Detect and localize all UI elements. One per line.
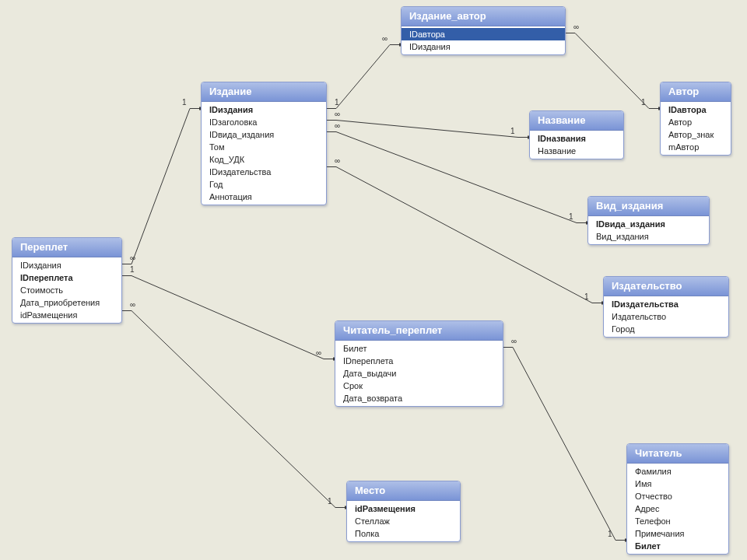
field-chitatel-3[interactable]: Адрес — [627, 502, 728, 515]
relationship-line — [121, 311, 346, 508]
table-header[interactable]: Место — [347, 481, 460, 501]
field-chitatel-5[interactable]: Примечания — [627, 527, 728, 540]
cardinality-label: 1 — [641, 98, 646, 107]
field-vid-1[interactable]: Вид_издания — [588, 230, 709, 243]
field-chitatel-0[interactable]: Фамилия — [627, 465, 728, 478]
relationship-line — [564, 33, 660, 109]
field-pereplet-4[interactable]: idРазмещения — [12, 309, 121, 321]
cardinality-label: ∞ — [335, 156, 340, 165]
relationship-line — [325, 45, 401, 109]
table-header[interactable]: Автор — [661, 82, 731, 102]
table-izdanie[interactable]: ИзданиеIDизданияIDзаголовкаIDвида_издани… — [201, 82, 327, 205]
field-izdanie-2[interactable]: IDвида_издания — [202, 128, 326, 141]
cardinality-label: 1 — [510, 127, 515, 135]
relationship-line — [121, 276, 335, 359]
field-pereplet-2[interactable]: Стоимость — [12, 284, 121, 296]
field-izdanie_avtor-0[interactable]: IDавтора — [402, 28, 565, 40]
field-izdanie-5[interactable]: IDиздательства — [202, 166, 326, 178]
field-nazvanie-1[interactable]: Название — [530, 145, 623, 157]
field-chit_pereplet-4[interactable]: Дата_возврата — [335, 392, 503, 404]
cardinality-label: ∞ — [316, 348, 321, 357]
relationship-line — [325, 121, 529, 138]
field-pereplet-1[interactable]: IDпереплета — [12, 271, 121, 284]
field-chit_pereplet-3[interactable]: Срок — [335, 380, 503, 392]
cardinality-label: ∞ — [382, 34, 388, 43]
field-mesto-2[interactable]: Полка — [347, 527, 460, 540]
field-chit_pereplet-2[interactable]: Дата_выдачи — [335, 367, 503, 380]
cardinality-label: ∞ — [511, 337, 517, 345]
cardinality-label: 1 — [328, 497, 332, 506]
table-chit_pereplet[interactable]: Читатель_переплетБилетIDпереплетаДата_вы… — [335, 320, 503, 407]
cardinality-label: ∞ — [130, 300, 135, 309]
table-header[interactable]: Издание — [202, 82, 326, 102]
table-header[interactable]: Читатель — [627, 444, 728, 464]
cardinality-label: 1 — [335, 98, 339, 107]
field-chit_pereplet-0[interactable]: Билет — [335, 342, 503, 355]
table-chitatel[interactable]: ЧитательФамилияИмяОтчествоАдресТелефонПр… — [626, 443, 729, 555]
cardinality-label: ∞ — [573, 23, 579, 31]
field-izdanie-1[interactable]: IDзаголовка — [202, 116, 326, 128]
field-chitatel-6[interactable]: Билет — [627, 540, 728, 552]
field-chitatel-1[interactable]: Имя — [627, 478, 728, 490]
field-avtor-2[interactable]: Автор_знак — [661, 128, 731, 141]
table-izdatelstvo[interactable]: ИздательствоIDиздательстваИздательствоГо… — [603, 276, 729, 338]
field-avtor-1[interactable]: Автор — [661, 116, 731, 128]
table-izdanie_avtor[interactable]: Издание_авторIDавтораIDиздания — [401, 6, 566, 55]
cardinality-label: ∞ — [130, 254, 135, 262]
field-izdanie-4[interactable]: Код_УДК — [202, 153, 326, 166]
table-header[interactable]: Читатель_переплет — [335, 321, 503, 341]
field-nazvanie-0[interactable]: IDназвания — [530, 132, 623, 145]
cardinality-label: ∞ — [335, 110, 340, 118]
cardinality-label: 1 — [182, 98, 187, 107]
field-chit_pereplet-1[interactable]: IDпереплета — [335, 355, 503, 367]
cardinality-label: ∞ — [335, 121, 340, 130]
cardinality-label: 1 — [608, 530, 612, 538]
field-izdanie-6[interactable]: Год — [202, 178, 326, 191]
table-avtor[interactable]: АвторIDавтораАвторАвтор_знакmАвтор — [660, 82, 731, 156]
relationship-line — [502, 348, 626, 541]
relationship-line — [325, 167, 603, 303]
field-izdatelstvo-2[interactable]: Город — [604, 323, 728, 335]
table-header[interactable]: Издание_автор — [402, 7, 565, 26]
field-avtor-0[interactable]: IDавтора — [661, 103, 731, 116]
er-diagram-canvas[interactable]: ПереплетIDизданияIDпереплетаСтоимостьДат… — [0, 0, 747, 560]
field-avtor-3[interactable]: mАвтор — [661, 141, 731, 153]
table-header[interactable]: Переплет — [12, 238, 121, 257]
field-izdatelstvo-0[interactable]: IDиздательства — [604, 298, 728, 310]
field-mesto-0[interactable]: idРазмещения — [347, 502, 460, 515]
table-mesto[interactable]: МестоidРазмещенияСтеллажПолка — [346, 481, 461, 542]
table-pereplet[interactable]: ПереплетIDизданияIDпереплетаСтоимостьДат… — [12, 237, 122, 324]
field-vid-0[interactable]: IDвида_издания — [588, 218, 709, 230]
field-pereplet-3[interactable]: Дата_приобретения — [12, 296, 121, 309]
cardinality-label: 1 — [130, 265, 135, 274]
table-header[interactable]: Название — [530, 111, 623, 131]
field-izdanie_avtor-1[interactable]: IDиздания — [402, 40, 565, 53]
field-izdatelstvo-1[interactable]: Издательство — [604, 310, 728, 323]
table-header[interactable]: Вид_издания — [588, 197, 709, 216]
field-izdanie-0[interactable]: IDиздания — [202, 103, 326, 116]
field-chitatel-4[interactable]: Телефон — [627, 515, 728, 527]
field-izdanie-3[interactable]: Том — [202, 141, 326, 153]
relationship-line — [121, 109, 201, 264]
cardinality-label: 1 — [569, 212, 573, 221]
table-vid[interactable]: Вид_изданияIDвида_изданияВид_издания — [587, 196, 710, 245]
table-header[interactable]: Издательство — [604, 277, 728, 296]
field-mesto-1[interactable]: Стеллаж — [347, 515, 460, 527]
field-chitatel-2[interactable]: Отчество — [627, 490, 728, 502]
field-izdanie-7[interactable]: Аннотация — [202, 191, 326, 203]
field-pereplet-0[interactable]: IDиздания — [12, 259, 121, 271]
cardinality-label: 1 — [584, 292, 589, 301]
table-nazvanie[interactable]: НазваниеIDназванияНазвание — [529, 110, 624, 159]
